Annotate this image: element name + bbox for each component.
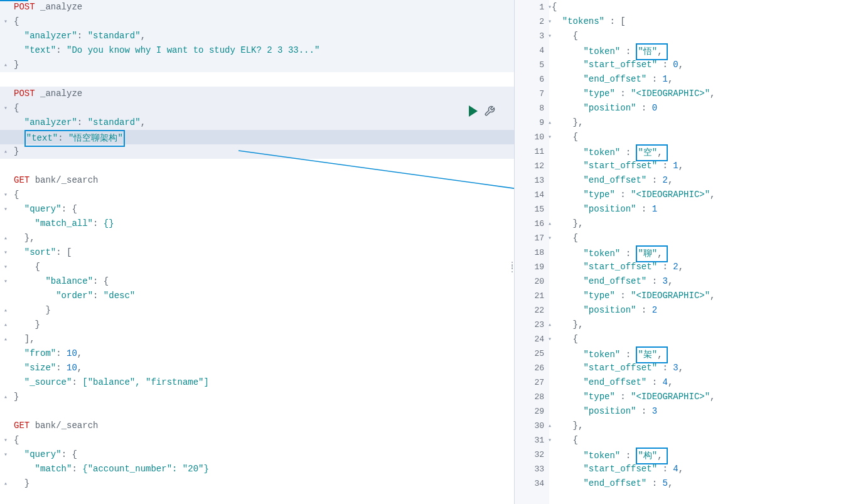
response-viewer-pane[interactable]: 1▾2▾3▾456789▴10▾111213141516▴17▾18192021…	[515, 0, 858, 504]
response-line[interactable]: "position" : 2	[549, 303, 858, 318]
code-line[interactable]: }	[11, 476, 514, 491]
code-line[interactable]: "text": "悟空聊架构"	[11, 130, 514, 144]
response-line[interactable]: "position" : 1	[549, 202, 858, 217]
line-number: 25	[515, 346, 544, 361]
fold-toggle[interactable]: ▴	[0, 144, 11, 159]
fold-toggle	[0, 0, 11, 14]
run-request-icon[interactable]	[469, 105, 478, 117]
response-line[interactable]: {	[549, 433, 858, 448]
fold-toggle	[0, 72, 11, 87]
code-line[interactable]: "query": {	[11, 448, 514, 462]
response-line[interactable]: "token" : "悟",	[549, 43, 858, 58]
response-line[interactable]: {	[549, 0, 858, 14]
line-number: 27	[515, 375, 544, 390]
response-line[interactable]: "end_offset" : 2,	[549, 173, 858, 188]
fold-toggle[interactable]: ▾	[0, 14, 11, 29]
fold-toggle[interactable]: ▾	[0, 433, 11, 448]
response-line[interactable]: "end_offset" : 3,	[549, 274, 858, 289]
fold-toggle[interactable]: ▾	[0, 188, 11, 202]
response-line[interactable]: "tokens" : [	[549, 14, 858, 29]
response-line[interactable]: "start_offset" : 2,	[549, 260, 858, 274]
line-number: 15	[515, 202, 544, 217]
code-line[interactable]: "match": {"account_number": "20"}	[11, 462, 514, 476]
code-line[interactable]: }	[11, 318, 514, 332]
code-line[interactable]: "analyzer": "standard",	[11, 115, 514, 130]
code-line[interactable]: "text": "Do you know why I want to study…	[11, 43, 514, 58]
response-line[interactable]: "type" : "<IDEOGRAPHIC>",	[549, 87, 858, 101]
code-line[interactable]: "analyzer": "standard",	[11, 29, 514, 43]
fold-toggle[interactable]: ▴	[0, 318, 11, 332]
pane-resize-handle[interactable]: ⋮⋮	[508, 264, 515, 271]
fold-toggle[interactable]: ▾	[0, 260, 11, 274]
code-line[interactable]: "balance": {	[11, 274, 514, 289]
response-line[interactable]: {	[549, 332, 858, 346]
fold-toggle[interactable]: ▴	[0, 332, 11, 346]
response-line[interactable]: },	[549, 217, 858, 231]
response-line[interactable]: {	[549, 231, 858, 245]
response-line[interactable]: "start_offset" : 4,	[549, 462, 858, 476]
response-code-area[interactable]: { "tokens" : [ { "token" : "悟", "start_o…	[549, 0, 858, 504]
fold-toggle[interactable]: ▾	[0, 202, 11, 217]
response-line[interactable]: },	[549, 318, 858, 332]
fold-toggle[interactable]: ▾	[0, 245, 11, 260]
code-line[interactable]: }	[11, 390, 514, 404]
request-code-area[interactable]: POST _analyze{ "analyzer": "standard", "…	[11, 0, 514, 491]
request-editor-pane[interactable]: ▾▴▾▴▾▾▴▾▾▾▴▴▴▴▾▾▴ POST _analyze{ "analyz…	[0, 0, 515, 504]
response-line[interactable]: {	[549, 130, 858, 144]
response-line[interactable]: "token" : "架",	[549, 346, 858, 361]
response-line[interactable]: "end_offset" : 1,	[549, 72, 858, 87]
response-line[interactable]: {	[549, 29, 858, 43]
code-line[interactable]: "_source": ["balance", "firstname"]	[11, 375, 514, 390]
response-line[interactable]: "end_offset" : 5,	[549, 476, 858, 491]
code-line[interactable]	[11, 72, 514, 87]
response-line[interactable]: "position" : 3	[549, 404, 858, 419]
code-line[interactable]: {	[11, 260, 514, 274]
response-line[interactable]: "type" : "<IDEOGRAPHIC>",	[549, 390, 858, 404]
fold-toggle[interactable]: ▴	[0, 303, 11, 318]
response-line[interactable]: "start_offset" : 1,	[549, 159, 858, 173]
fold-toggle[interactable]: ▴	[0, 390, 11, 404]
code-line[interactable]: }	[11, 303, 514, 318]
code-line[interactable]: POST _analyze	[11, 87, 514, 101]
code-line[interactable]: "order": "desc"	[11, 289, 514, 303]
code-line[interactable]: {	[11, 188, 514, 202]
response-line[interactable]: "start_offset" : 3,	[549, 361, 858, 375]
code-line[interactable]: "sort": [	[11, 245, 514, 260]
line-number: 9▴	[515, 115, 544, 130]
fold-toggle[interactable]: ▾	[0, 448, 11, 462]
code-line[interactable]: "query": {	[11, 202, 514, 217]
code-line[interactable]: "size": 10,	[11, 361, 514, 375]
response-line[interactable]: "type" : "<IDEOGRAPHIC>",	[549, 188, 858, 202]
code-line[interactable]: "from": 10,	[11, 346, 514, 361]
code-line[interactable]: GET bank/_search	[11, 419, 514, 433]
code-line[interactable]	[11, 404, 514, 419]
code-line[interactable]: },	[11, 231, 514, 245]
response-line[interactable]: "token" : "聊",	[549, 245, 858, 260]
code-line[interactable]: {	[11, 433, 514, 448]
line-number: 1▾	[515, 0, 544, 14]
response-line[interactable]: "type" : "<IDEOGRAPHIC>",	[549, 289, 858, 303]
fold-toggle[interactable]: ▾	[0, 101, 11, 115]
response-line[interactable]: "token" : "构",	[549, 448, 858, 462]
response-line[interactable]: "token" : "空",	[549, 144, 858, 159]
response-line[interactable]: },	[549, 115, 858, 130]
code-line[interactable]: POST _analyze	[11, 0, 514, 14]
response-line[interactable]: "position" : 0	[549, 101, 858, 115]
line-number: 5	[515, 58, 544, 72]
code-line[interactable]: GET bank/_search	[11, 173, 514, 188]
fold-toggle[interactable]: ▴	[0, 58, 11, 72]
code-line[interactable]	[11, 159, 514, 173]
response-line[interactable]: "end_offset" : 4,	[549, 375, 858, 390]
request-options-icon[interactable]	[484, 105, 495, 119]
code-line[interactable]: "match_all": {}	[11, 217, 514, 231]
fold-toggle[interactable]: ▴	[0, 231, 11, 245]
code-line[interactable]: {	[11, 14, 514, 29]
code-line[interactable]: ],	[11, 332, 514, 346]
fold-toggle[interactable]: ▴	[0, 476, 11, 491]
code-line[interactable]: }	[11, 58, 514, 72]
fold-toggle[interactable]: ▾	[0, 274, 11, 289]
response-line[interactable]: "start_offset" : 0,	[549, 58, 858, 72]
response-line[interactable]: },	[549, 419, 858, 433]
code-line[interactable]: {	[11, 101, 514, 115]
line-number-gutter: 1▾2▾3▾456789▴10▾111213141516▴17▾18192021…	[515, 0, 549, 504]
